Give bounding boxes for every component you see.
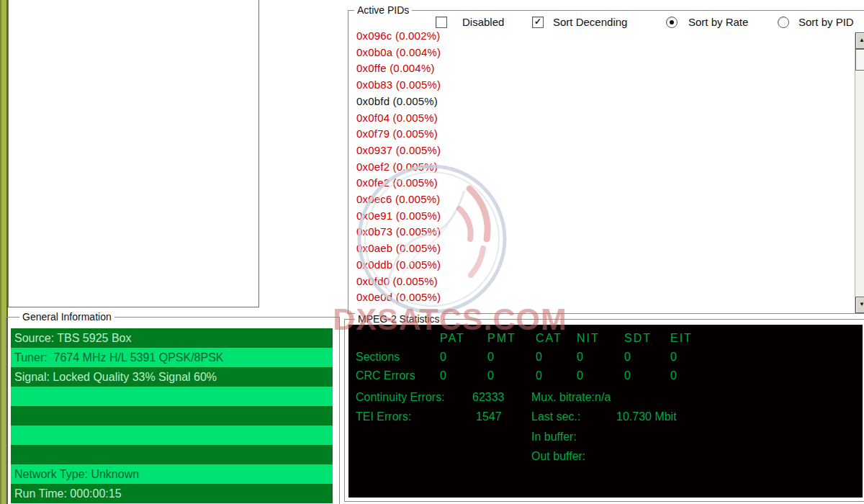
stats-cell: 0 [624,348,670,366]
stats-cell: 0 [536,348,577,366]
pid-list-item[interactable]: 0x0ddb (0.005%) [356,257,832,274]
mux-bitrate-value: n/a [595,391,611,403]
pid-list-item[interactable]: 0x0937 (0.005%) [356,143,832,159]
general-info-title: General Information [19,311,114,323]
pid-list-item[interactable]: 0x0fe2 (0.005%) [356,175,832,192]
general-info-row: Network Type: Unknown [11,464,333,484]
general-info-row: Tuner: 7674 MHz H/L 5391 QPSK/8PSK [11,348,333,367]
tei-errors-value: 1547 [476,410,502,423]
active-pids-title: Active PIDs [354,4,412,16]
pid-list-item[interactable]: 0x0b73 (0.005%) [356,224,832,240]
sort-by-rate-radio[interactable] [666,17,678,28]
pid-list-item[interactable]: 0x0ef2 (0.005%) [356,159,832,176]
pid-list-item[interactable]: 0x0f79 (0.005%) [356,126,832,143]
general-info-row [11,445,333,464]
disabled-label: Disabled [462,17,504,28]
sort-by-pid-radio[interactable] [778,17,789,28]
stats-cell: 0 [440,366,487,385]
disabled-checkbox[interactable] [436,17,447,28]
stats-cell: Sections [356,348,440,366]
sort-by-rate-label: Sort by Rate [688,17,748,28]
sort-descending-label: Sort Decending [553,17,627,28]
stats-cell: SDT [624,329,670,348]
mpeg2-stats-group: MPEG-2 Statistics PATPMTCATNITSDTEITSect… [344,319,864,502]
stats-cell: NIT [577,329,624,348]
mpeg2-sections-table: PATPMTCATNITSDTEITSections000000CRC Erro… [356,329,714,385]
stats-cell: 0 [536,366,577,385]
pid-list-item[interactable]: 0x0ec6 (0.005%) [356,192,832,208]
pid-list: 0x096c (0.002%)0x0b0a (0.004%)0x0ffe (0.… [356,28,832,306]
scrollbar-thumb[interactable] [855,49,864,71]
tei-errors-label: TEI Errors: [356,410,411,423]
stats-cell: 0 [440,348,487,366]
stats-cell: 0 [487,348,536,366]
active-pids-group: Active PIDs Disabled ✓ Sort Decending So… [348,10,864,314]
continuity-errors-label: Continuity Errors: [356,391,445,404]
stats-cell: CAT [536,329,577,348]
stats-cell [356,329,440,348]
app-window: Active PIDs Disabled ✓ Sort Decending So… [0,0,864,504]
pid-list-item[interactable]: 0x0b0a (0.004%) [356,45,832,61]
pid-list-item[interactable]: 0x0e0d (0.005%) [356,289,832,306]
sort-by-pid-label: Sort by PID [798,17,854,28]
stats-cell: PAT [440,329,487,348]
empty-list-panel[interactable] [8,0,259,307]
stats-cell: EIT [670,329,714,348]
stats-cell: PMT [487,329,536,348]
general-info-row [11,406,333,426]
mux-bitrate-label: Mux. bitrate: [531,391,595,403]
pid-list-item[interactable]: 0x096c (0.002%) [356,28,832,45]
out-buffer-label: Out buffer: [531,450,585,463]
up-arrow-icon: ▲ [859,37,864,43]
stats-cell: 0 [577,366,624,385]
pid-list-item[interactable]: 0x0b83 (0.005%) [356,77,832,94]
down-arrow-icon: ▼ [859,301,864,307]
sort-descending-checkbox[interactable]: ✓ [532,17,544,28]
general-info-rows: Source: TBS 5925 BoxTuner: 7674 MHz H/L … [11,328,333,503]
stats-cell: 0 [670,366,714,385]
general-info-row: Run Time: 000:00:15 [11,484,333,503]
pid-list-item[interactable]: 0x0e91 (0.005%) [356,208,832,225]
general-info-row: Source: TBS 5925 Box [11,328,333,348]
continuity-errors-value: 62333 [472,391,505,404]
mpeg2-stats-title: MPEG-2 Statistics [355,313,443,325]
last-sec-value: 10.730 Mbit [616,410,677,423]
pid-list-item[interactable]: 0x0f04 (0.005%) [356,110,832,127]
pid-list-item[interactable]: 0x0fd0 (0.005%) [356,274,832,290]
stats-cell: 0 [487,366,536,385]
stats-cell: 0 [624,366,670,385]
stats-cell: 0 [577,348,624,366]
scrollbar-up-button[interactable]: ▲ [855,32,864,49]
general-info-row [11,387,333,406]
mux-bitrate: Mux. bitrate:n/a [531,391,611,404]
pid-list-item[interactable]: 0x0aeb (0.005%) [356,240,832,257]
pid-list-scrollbar[interactable]: ▲ ▼ [855,32,864,313]
stats-cell: CRC Errors [356,366,440,385]
scrollbar-down-button[interactable]: ▼ [855,297,864,313]
in-buffer-label: In buffer: [531,431,577,444]
general-info-row: Signal: Locked Quality 33% Signal 60% [11,367,333,387]
pid-list-item[interactable]: 0x0ffe (0.004%) [356,60,832,77]
stats-cell: 0 [670,348,714,366]
mpeg2-stats-panel: PATPMTCATNITSDTEITSections000000CRC Erro… [348,325,863,498]
pid-list-item[interactable]: 0x0bfd (0.005%) [356,94,832,110]
general-info-group: General Information Source: TBS 5925 Box… [6,317,340,504]
general-info-row [11,426,333,445]
last-sec-label: Last sec.: [531,410,580,423]
